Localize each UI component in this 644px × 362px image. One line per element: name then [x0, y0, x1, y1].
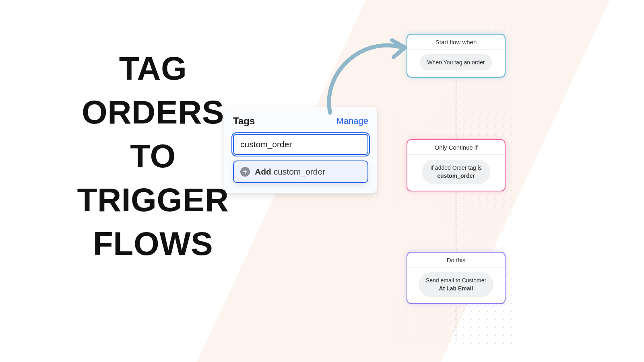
pill-line: Send email to Customer	[426, 277, 486, 284]
add-tag-option[interactable]: + Add custom_order	[233, 160, 368, 183]
flow-node-body: When You tag an order	[407, 49, 505, 77]
flow-node-body: Send email to Customer At Lab Email	[407, 267, 505, 303]
flow-pill: If added Order tag is custom_order	[422, 160, 490, 184]
flow-node-header: Start flow when	[407, 35, 505, 49]
flow-node-header: Only Continue if	[407, 140, 505, 155]
flow-connector	[456, 80, 456, 139]
pill-bold: At Lab Email	[426, 284, 486, 292]
add-tag-label: Add custom_order	[255, 167, 325, 177]
flow-connector	[456, 305, 456, 341]
flow-node-condition[interactable]: Only Continue if If added Order tag is c…	[407, 139, 506, 191]
plus-circle-icon: +	[240, 167, 250, 177]
tag-input[interactable]	[233, 134, 368, 155]
manage-link[interactable]: Manage	[336, 116, 368, 126]
flow-pill: When You tag an order	[420, 54, 492, 70]
add-value: custom_order	[274, 167, 325, 176]
flow-pill: Send email to Customer At Lab Email	[419, 272, 493, 297]
tags-panel-header: Tags Manage	[233, 115, 368, 127]
flow-connector	[456, 192, 456, 252]
flow-node-trigger[interactable]: Start flow when When You tag an order	[407, 34, 506, 78]
headline-line: ORDERS	[72, 90, 233, 134]
headline-line: TAG	[72, 46, 233, 90]
tags-panel: Tags Manage + Add custom_order	[224, 107, 377, 193]
flow-node-header: Do this	[407, 253, 505, 267]
headline-line: FLOWS	[72, 222, 233, 265]
headline-line: TRIGGER	[72, 178, 233, 222]
pill-line: If added Order tag is	[430, 165, 482, 171]
flow-node-action[interactable]: Do this Send email to Customer At Lab Em…	[407, 252, 506, 304]
pill-bold: custom_order	[429, 172, 483, 180]
headline: TAG ORDERS TO TRIGGER FLOWS	[72, 46, 233, 265]
headline-line: TO	[72, 134, 233, 178]
flow-canvas: Start flow when When You tag an order On…	[393, 24, 519, 344]
tags-title: Tags	[233, 115, 255, 127]
add-prefix: Add	[255, 167, 271, 176]
flow-node-body: If added Order tag is custom_order	[407, 155, 505, 191]
